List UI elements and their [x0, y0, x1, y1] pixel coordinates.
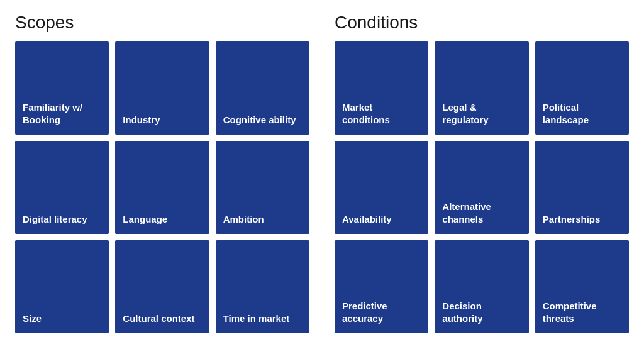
conditions-tile[interactable]: Partnerships: [535, 141, 629, 234]
conditions-tile[interactable]: Competitive threats: [535, 240, 629, 333]
conditions-title: Conditions: [335, 13, 629, 33]
scopes-tile[interactable]: Size: [15, 240, 109, 333]
conditions-grid: Market conditionsLegal & regulatoryPolit…: [335, 41, 629, 333]
scopes-tile[interactable]: Industry: [115, 41, 209, 135]
conditions-tile[interactable]: Availability: [335, 141, 428, 234]
scopes-tile[interactable]: Cognitive ability: [216, 41, 309, 135]
scopes-tile[interactable]: Digital literacy: [15, 141, 109, 234]
conditions-tile[interactable]: Predictive accuracy: [335, 240, 428, 333]
scopes-title: Scopes: [15, 13, 309, 33]
scopes-tile[interactable]: Time in market: [216, 240, 309, 333]
scopes-grid: Familiarity w/ BookingIndustryCognitive …: [15, 41, 309, 333]
conditions-tile[interactable]: Alternative channels: [435, 141, 528, 234]
conditions-section: Conditions Market conditionsLegal & regu…: [335, 13, 629, 329]
page-container: Scopes Familiarity w/ BookingIndustryCog…: [15, 13, 629, 329]
scopes-tile[interactable]: Language: [115, 141, 209, 234]
conditions-tile[interactable]: Decision authority: [435, 240, 528, 333]
scopes-tile[interactable]: Familiarity w/ Booking: [15, 41, 109, 135]
scopes-section: Scopes Familiarity w/ BookingIndustryCog…: [15, 13, 309, 329]
conditions-tile[interactable]: Market conditions: [335, 41, 428, 135]
conditions-tile[interactable]: Legal & regulatory: [435, 41, 528, 135]
scopes-tile[interactable]: Cultural context: [115, 240, 209, 333]
conditions-tile[interactable]: Political landscape: [535, 41, 629, 135]
scopes-tile[interactable]: Ambition: [216, 141, 309, 234]
